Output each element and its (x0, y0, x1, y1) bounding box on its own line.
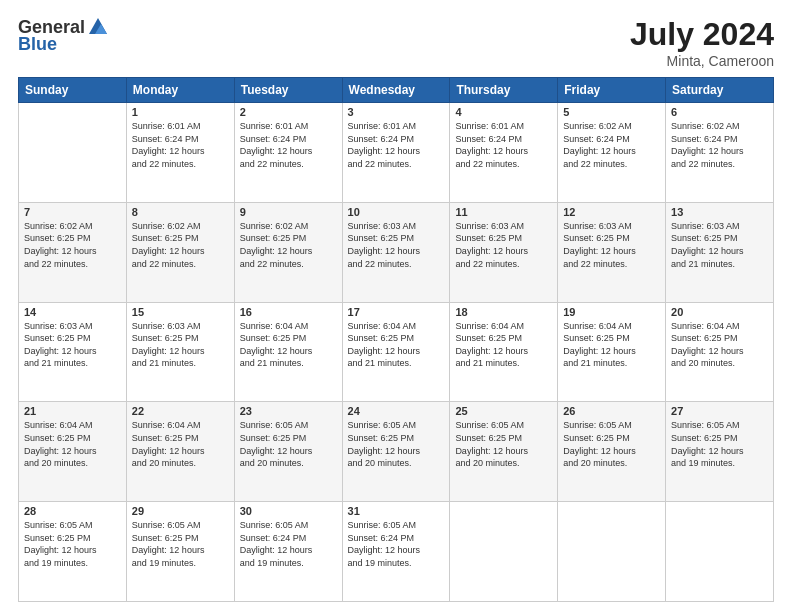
day-number: 22 (132, 405, 229, 417)
day-info: Sunrise: 6:05 AM Sunset: 6:25 PM Dayligh… (455, 419, 552, 469)
day-info: Sunrise: 6:04 AM Sunset: 6:25 PM Dayligh… (563, 320, 660, 370)
day-info: Sunrise: 6:01 AM Sunset: 6:24 PM Dayligh… (348, 120, 445, 170)
page: General Blue July 2024 Minta, Cameroon S… (0, 0, 792, 612)
calendar-day-cell (450, 502, 558, 602)
day-number: 28 (24, 505, 121, 517)
day-number: 4 (455, 106, 552, 118)
calendar-day-cell (558, 502, 666, 602)
day-number: 11 (455, 206, 552, 218)
calendar-day-cell: 5Sunrise: 6:02 AM Sunset: 6:24 PM Daylig… (558, 103, 666, 203)
day-number: 14 (24, 306, 121, 318)
day-number: 21 (24, 405, 121, 417)
calendar-day-cell: 10Sunrise: 6:03 AM Sunset: 6:25 PM Dayli… (342, 202, 450, 302)
day-number: 25 (455, 405, 552, 417)
calendar-day-cell: 6Sunrise: 6:02 AM Sunset: 6:24 PM Daylig… (666, 103, 774, 203)
day-info: Sunrise: 6:04 AM Sunset: 6:25 PM Dayligh… (240, 320, 337, 370)
logo: General Blue (18, 16, 109, 55)
calendar-day-cell: 21Sunrise: 6:04 AM Sunset: 6:25 PM Dayli… (19, 402, 127, 502)
calendar-header-row: SundayMondayTuesdayWednesdayThursdayFrid… (19, 78, 774, 103)
calendar-day-cell: 31Sunrise: 6:05 AM Sunset: 6:24 PM Dayli… (342, 502, 450, 602)
day-number: 5 (563, 106, 660, 118)
calendar-week-row: 21Sunrise: 6:04 AM Sunset: 6:25 PM Dayli… (19, 402, 774, 502)
day-number: 31 (348, 505, 445, 517)
day-number: 19 (563, 306, 660, 318)
calendar-day-cell: 20Sunrise: 6:04 AM Sunset: 6:25 PM Dayli… (666, 302, 774, 402)
header: General Blue July 2024 Minta, Cameroon (18, 16, 774, 69)
day-info: Sunrise: 6:05 AM Sunset: 6:24 PM Dayligh… (240, 519, 337, 569)
calendar-week-row: 1Sunrise: 6:01 AM Sunset: 6:24 PM Daylig… (19, 103, 774, 203)
day-number: 29 (132, 505, 229, 517)
day-info: Sunrise: 6:03 AM Sunset: 6:25 PM Dayligh… (563, 220, 660, 270)
day-number: 6 (671, 106, 768, 118)
day-number: 26 (563, 405, 660, 417)
calendar-day-cell: 25Sunrise: 6:05 AM Sunset: 6:25 PM Dayli… (450, 402, 558, 502)
day-info: Sunrise: 6:02 AM Sunset: 6:25 PM Dayligh… (240, 220, 337, 270)
day-info: Sunrise: 6:05 AM Sunset: 6:25 PM Dayligh… (348, 419, 445, 469)
calendar-day-cell: 26Sunrise: 6:05 AM Sunset: 6:25 PM Dayli… (558, 402, 666, 502)
logo-icon (87, 16, 109, 38)
calendar-day-cell: 27Sunrise: 6:05 AM Sunset: 6:25 PM Dayli… (666, 402, 774, 502)
day-number: 7 (24, 206, 121, 218)
calendar-header-cell: Sunday (19, 78, 127, 103)
day-number: 2 (240, 106, 337, 118)
calendar-body: 1Sunrise: 6:01 AM Sunset: 6:24 PM Daylig… (19, 103, 774, 602)
calendar-day-cell: 12Sunrise: 6:03 AM Sunset: 6:25 PM Dayli… (558, 202, 666, 302)
calendar-day-cell: 24Sunrise: 6:05 AM Sunset: 6:25 PM Dayli… (342, 402, 450, 502)
calendar-day-cell (666, 502, 774, 602)
calendar-day-cell: 1Sunrise: 6:01 AM Sunset: 6:24 PM Daylig… (126, 103, 234, 203)
day-info: Sunrise: 6:03 AM Sunset: 6:25 PM Dayligh… (348, 220, 445, 270)
calendar-day-cell: 4Sunrise: 6:01 AM Sunset: 6:24 PM Daylig… (450, 103, 558, 203)
calendar-day-cell (19, 103, 127, 203)
calendar-day-cell: 7Sunrise: 6:02 AM Sunset: 6:25 PM Daylig… (19, 202, 127, 302)
day-number: 15 (132, 306, 229, 318)
day-info: Sunrise: 6:05 AM Sunset: 6:25 PM Dayligh… (671, 419, 768, 469)
day-number: 20 (671, 306, 768, 318)
calendar-week-row: 14Sunrise: 6:03 AM Sunset: 6:25 PM Dayli… (19, 302, 774, 402)
day-number: 1 (132, 106, 229, 118)
day-info: Sunrise: 6:01 AM Sunset: 6:24 PM Dayligh… (240, 120, 337, 170)
day-info: Sunrise: 6:05 AM Sunset: 6:24 PM Dayligh… (348, 519, 445, 569)
day-number: 24 (348, 405, 445, 417)
day-number: 9 (240, 206, 337, 218)
calendar-day-cell: 22Sunrise: 6:04 AM Sunset: 6:25 PM Dayli… (126, 402, 234, 502)
subtitle: Minta, Cameroon (630, 53, 774, 69)
day-number: 13 (671, 206, 768, 218)
calendar-day-cell: 23Sunrise: 6:05 AM Sunset: 6:25 PM Dayli… (234, 402, 342, 502)
calendar-header-cell: Friday (558, 78, 666, 103)
day-number: 12 (563, 206, 660, 218)
calendar-header-cell: Saturday (666, 78, 774, 103)
calendar-day-cell: 11Sunrise: 6:03 AM Sunset: 6:25 PM Dayli… (450, 202, 558, 302)
calendar-day-cell: 8Sunrise: 6:02 AM Sunset: 6:25 PM Daylig… (126, 202, 234, 302)
calendar-table: SundayMondayTuesdayWednesdayThursdayFrid… (18, 77, 774, 602)
day-info: Sunrise: 6:03 AM Sunset: 6:25 PM Dayligh… (671, 220, 768, 270)
calendar-day-cell: 2Sunrise: 6:01 AM Sunset: 6:24 PM Daylig… (234, 103, 342, 203)
day-number: 17 (348, 306, 445, 318)
day-info: Sunrise: 6:02 AM Sunset: 6:24 PM Dayligh… (671, 120, 768, 170)
calendar-header-cell: Tuesday (234, 78, 342, 103)
calendar-day-cell: 3Sunrise: 6:01 AM Sunset: 6:24 PM Daylig… (342, 103, 450, 203)
day-info: Sunrise: 6:02 AM Sunset: 6:25 PM Dayligh… (24, 220, 121, 270)
calendar-week-row: 7Sunrise: 6:02 AM Sunset: 6:25 PM Daylig… (19, 202, 774, 302)
day-info: Sunrise: 6:02 AM Sunset: 6:25 PM Dayligh… (132, 220, 229, 270)
day-info: Sunrise: 6:05 AM Sunset: 6:25 PM Dayligh… (240, 419, 337, 469)
calendar-header-cell: Wednesday (342, 78, 450, 103)
day-info: Sunrise: 6:04 AM Sunset: 6:25 PM Dayligh… (671, 320, 768, 370)
main-title: July 2024 (630, 16, 774, 53)
calendar-week-row: 28Sunrise: 6:05 AM Sunset: 6:25 PM Dayli… (19, 502, 774, 602)
calendar-day-cell: 16Sunrise: 6:04 AM Sunset: 6:25 PM Dayli… (234, 302, 342, 402)
day-info: Sunrise: 6:05 AM Sunset: 6:25 PM Dayligh… (24, 519, 121, 569)
calendar-header-cell: Monday (126, 78, 234, 103)
day-info: Sunrise: 6:01 AM Sunset: 6:24 PM Dayligh… (455, 120, 552, 170)
day-info: Sunrise: 6:02 AM Sunset: 6:24 PM Dayligh… (563, 120, 660, 170)
day-number: 27 (671, 405, 768, 417)
day-info: Sunrise: 6:03 AM Sunset: 6:25 PM Dayligh… (132, 320, 229, 370)
title-block: July 2024 Minta, Cameroon (630, 16, 774, 69)
day-info: Sunrise: 6:04 AM Sunset: 6:25 PM Dayligh… (455, 320, 552, 370)
calendar-day-cell: 13Sunrise: 6:03 AM Sunset: 6:25 PM Dayli… (666, 202, 774, 302)
calendar-day-cell: 30Sunrise: 6:05 AM Sunset: 6:24 PM Dayli… (234, 502, 342, 602)
day-info: Sunrise: 6:01 AM Sunset: 6:24 PM Dayligh… (132, 120, 229, 170)
day-info: Sunrise: 6:04 AM Sunset: 6:25 PM Dayligh… (24, 419, 121, 469)
day-number: 3 (348, 106, 445, 118)
calendar-day-cell: 29Sunrise: 6:05 AM Sunset: 6:25 PM Dayli… (126, 502, 234, 602)
calendar-day-cell: 18Sunrise: 6:04 AM Sunset: 6:25 PM Dayli… (450, 302, 558, 402)
